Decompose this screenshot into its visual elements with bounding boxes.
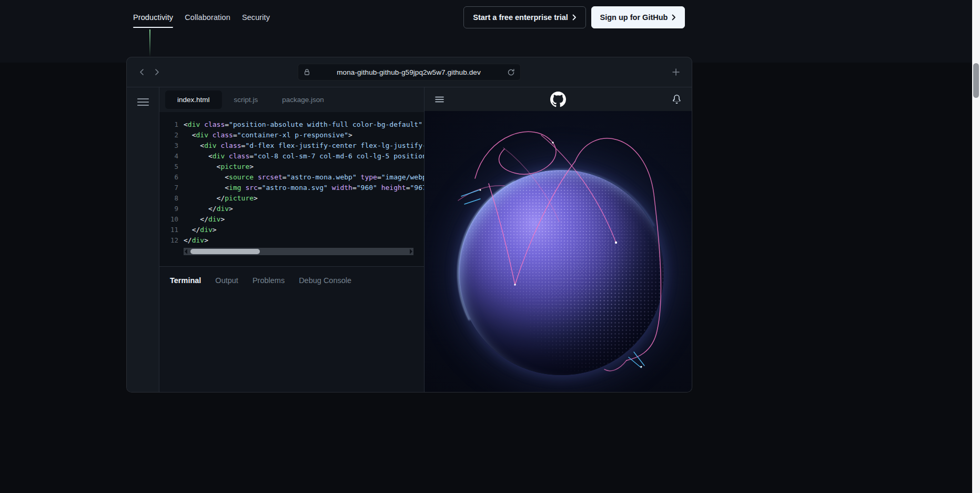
scroll-left-icon[interactable] (185, 249, 187, 254)
line-number: 7 (159, 183, 178, 193)
scrollbar-thumb[interactable] (190, 249, 260, 254)
scroll-right-icon[interactable] (410, 249, 412, 254)
editor-tab-script-js[interactable]: script.js (222, 90, 270, 109)
enterprise-trial-label: Start a free enterprise trial (473, 13, 568, 22)
code-text: <div class="col-8 col-sm-7 col-md-6 col-… (178, 151, 424, 162)
top-navigation: ProductivityCollaborationSecurity Start … (0, 0, 980, 35)
code-line: 9 </div> (159, 204, 424, 214)
globe-visualization (425, 111, 692, 393)
terminal-tab-terminal[interactable]: Terminal (170, 275, 204, 286)
refresh-icon[interactable] (507, 68, 515, 76)
page-scrollbar-thumb[interactable] (973, 63, 979, 98)
enterprise-trial-button[interactable]: Start a free enterprise trial (463, 6, 586, 28)
line-number: 9 (159, 204, 178, 214)
code-text: </div> (178, 225, 217, 235)
code-line: 4 <div class="col-8 col-sm-7 col-md-6 co… (159, 151, 424, 162)
github-logo-icon[interactable] (550, 92, 566, 107)
editor-tab-package-json[interactable]: package.json (270, 90, 336, 109)
code-text: <div class="d-flex flex-justify-center f… (178, 140, 424, 151)
address-bar[interactable]: mona-github-github-g59jpq2w5w7.github.de… (298, 64, 521, 81)
code-line: 5 <picture> (159, 162, 424, 172)
code-line: 10 </div> (159, 214, 424, 225)
signup-button[interactable]: Sign up for GitHub (591, 6, 685, 28)
code-text: </div> (178, 204, 233, 214)
productivity-accent-beam (149, 29, 150, 57)
preview-menu-icon[interactable] (435, 96, 451, 103)
card-content: index.htmlscript.jspackage.json 1<div cl… (127, 87, 692, 393)
line-number: 2 (159, 130, 178, 140)
terminal-tabs: TerminalOutputProblemsDebug Console (170, 275, 424, 286)
new-tab-icon[interactable] (672, 68, 680, 76)
browser-nav-arrows (138, 68, 160, 76)
code-line: 12</div> (159, 235, 424, 246)
line-number: 10 (159, 214, 178, 225)
line-number: 11 (159, 225, 178, 235)
lock-icon (304, 68, 310, 76)
nav-link-collaboration[interactable]: Collaboration (185, 2, 230, 33)
line-number: 5 (159, 162, 178, 172)
code-line: 1<div class="position-absolute width-ful… (159, 119, 424, 130)
nav-link-security[interactable]: Security (242, 2, 270, 33)
page-scrollbar[interactable] (972, 0, 980, 493)
site-preview (425, 87, 692, 393)
code-line: 6 <source srcset="astro-mona.webp" type=… (159, 172, 424, 183)
chevron-right-icon (672, 14, 676, 21)
line-number: 12 (159, 235, 178, 246)
line-number: 4 (159, 151, 178, 162)
signup-label: Sign up for GitHub (600, 13, 668, 22)
editor-sidebar (127, 87, 159, 393)
preview-header (425, 87, 692, 111)
nav-link-productivity[interactable]: Productivity (133, 2, 173, 33)
code-line: 11 </div> (159, 225, 424, 235)
code-text: <div class="position-absolute width-full… (178, 119, 424, 130)
code-line: 2 <div class="container-xl p-responsive"… (159, 130, 424, 140)
url-text: mona-github-github-g59jpq2w5w7.github.de… (310, 68, 507, 76)
code-text: </picture> (178, 193, 258, 204)
line-number: 8 (159, 193, 178, 204)
terminal-tab-problems[interactable]: Problems (249, 275, 288, 286)
editor-tabs: index.htmlscript.jspackage.json (159, 87, 424, 112)
browser-mockup-window: mona-github-github-g59jpq2w5w7.github.de… (126, 57, 692, 393)
line-number: 1 (159, 119, 178, 130)
nav-links: ProductivityCollaborationSecurity (133, 0, 270, 35)
notification-bell-icon[interactable] (665, 95, 681, 104)
code-area: 1<div class="position-absolute width-ful… (159, 112, 424, 246)
terminal-tab-output[interactable]: Output (212, 275, 241, 286)
page: ProductivityCollaborationSecurity Start … (0, 0, 980, 493)
code-line: 7 <img src="astro-mona.svg" width="960" … (159, 183, 424, 193)
code-text: <picture> (178, 162, 254, 172)
code-text: </div> (178, 235, 208, 246)
forward-icon[interactable] (153, 68, 160, 76)
code-text: <source srcset="astro-mona.webp" type="i… (178, 172, 424, 183)
code-editor: index.htmlscript.jspackage.json 1<div cl… (159, 87, 425, 393)
code-text: <img src="astro-mona.svg" width="960" he… (178, 183, 424, 193)
back-icon[interactable] (138, 68, 146, 76)
horizontal-scrollbar (184, 248, 413, 255)
terminal-tab-debug-console[interactable]: Debug Console (296, 275, 355, 286)
code-text: <div class="container-xl p-responsive"> (178, 130, 352, 140)
editor-tab-index-html[interactable]: index.html (165, 90, 222, 109)
network-arcs (425, 111, 692, 393)
code-text: </div> (178, 214, 225, 225)
terminal-panel: TerminalOutputProblemsDebug Console (159, 266, 424, 393)
browser-chrome: mona-github-github-g59jpq2w5w7.github.de… (127, 57, 692, 87)
line-number: 6 (159, 172, 178, 183)
editor-spacer (159, 255, 424, 266)
chevron-right-icon (572, 14, 577, 21)
menu-icon[interactable] (137, 97, 149, 107)
line-number: 3 (159, 140, 178, 151)
code-line: 8 </picture> (159, 193, 424, 204)
code-line: 3 <div class="d-flex flex-justify-center… (159, 140, 424, 151)
